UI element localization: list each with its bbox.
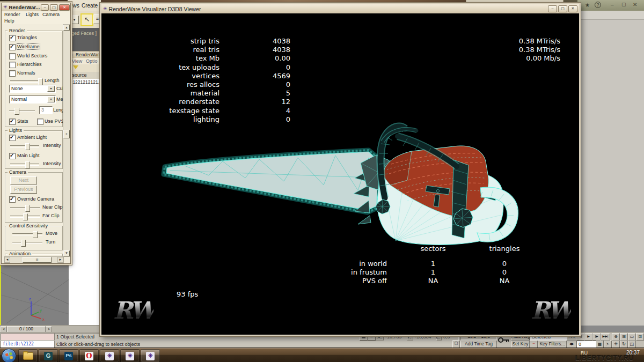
vscroll-up-button[interactable]: ▲ — [63, 25, 70, 31]
override-camera-checkbox[interactable] — [9, 196, 16, 203]
max-perspective-viewport[interactable]: z x y — [0, 263, 71, 327]
filter-funnel-icon[interactable] — [73, 65, 78, 69]
ambient-intensity-slider[interactable] — [10, 145, 39, 147]
normals-checkbox[interactable] — [9, 70, 16, 77]
near-clip-thumb[interactable] — [25, 205, 30, 212]
taskbar-rw-viewer-button-2[interactable]: ✳ — [120, 349, 140, 362]
vscroll-thumb[interactable]: ≡ — [63, 130, 70, 138]
mesh-length-field[interactable]: 3 — [39, 106, 53, 114]
taskbar-explorer-button[interactable] — [18, 349, 38, 362]
panel-vscrollbar[interactable]: ▲ ≡ ▼ — [63, 24, 70, 257]
viewer-minimize-button[interactable]: – — [548, 5, 557, 12]
chainsaw-wireframe-model[interactable] — [155, 110, 531, 258]
mesh-length-slider-thumb[interactable] — [14, 108, 19, 115]
max-maximize-button[interactable]: ▢ — [621, 2, 626, 7]
resource-menu-options[interactable]: Optio — [86, 58, 98, 64]
resource-window-titlebar[interactable]: ✳ RenderWare Vis — [69, 51, 101, 58]
taskbar-g-app-button[interactable]: G — [39, 349, 58, 362]
select-tool-button[interactable]: ↖ — [80, 13, 93, 26]
start-button[interactable] — [2, 349, 16, 362]
far-clip-thumb[interactable] — [23, 213, 28, 220]
culling-dropdown[interactable]: None ▾ — [9, 85, 56, 93]
add-time-tag-button[interactable]: Add Time Tag — [460, 341, 497, 348]
play-button[interactable]: ▶ — [584, 333, 592, 341]
mesh-dropdown[interactable]: Normal ▾ — [9, 95, 56, 104]
grid-snap-button[interactable]: ▦ — [596, 341, 604, 348]
mesh-dropdown-arrow-icon[interactable]: ▾ — [47, 97, 55, 102]
panel-hscrollbar[interactable]: ◄ ||| ► — [4, 256, 64, 263]
triangles-checkbox[interactable] — [9, 35, 16, 41]
max-minimize-button[interactable]: – — [611, 2, 614, 8]
set-key-button[interactable]: Set Key — [511, 341, 530, 348]
vscroll-down-button[interactable]: ▼ — [63, 250, 70, 256]
panel-minimize-button[interactable]: – — [41, 4, 49, 11]
maxscript-listener-line[interactable]: file:D:\2122 — [1, 341, 55, 348]
max-menu-views[interactable]: ews — [70, 3, 79, 9]
maxscript-mini-listener-pink[interactable] — [1, 333, 55, 341]
go-to-end-button[interactable]: ▶▶| — [601, 333, 610, 341]
key-mode-toggle[interactable]: ~ — [530, 341, 538, 348]
viewer-maximize-button[interactable]: ▢ — [558, 5, 567, 12]
turn-sensitivity-thumb[interactable] — [21, 240, 26, 247]
menu-lights[interactable]: Lights — [26, 12, 39, 17]
taskbar-rw-viewer-button-1[interactable]: ✳ — [100, 349, 119, 362]
key-filters-button[interactable]: Key Filters... — [538, 341, 567, 348]
toolbar-dropdown-button[interactable]: ▾ — [70, 16, 79, 24]
max-close-button[interactable]: ✕ — [633, 2, 637, 8]
world-sectors-checkbox[interactable] — [9, 53, 16, 60]
move-sensitivity-thumb[interactable] — [33, 231, 38, 238]
next-frame-button[interactable]: |▶ — [592, 333, 601, 341]
move-sensitivity-slider[interactable] — [12, 233, 42, 235]
panel-close-button[interactable]: ✕ — [59, 4, 70, 11]
zoom-all-button[interactable]: ⊞ — [620, 333, 628, 341]
zoom-extents-button[interactable]: ▭ — [628, 333, 636, 341]
resource-list-item[interactable]: A21221212121.d — [69, 79, 101, 85]
pan-button[interactable]: ✛ — [612, 341, 620, 348]
menu-camera[interactable]: Camera — [42, 12, 60, 17]
main-intensity-thumb[interactable] — [25, 161, 30, 168]
hierarchies-checkbox[interactable] — [9, 62, 16, 68]
viewport-shading-label[interactable]: dged Faces ] — [69, 31, 97, 36]
menu-help[interactable]: Help — [4, 18, 14, 24]
key-step-button[interactable]: ◀▶ — [567, 341, 576, 348]
command-panel-tabs[interactable] — [578, 11, 644, 20]
orbit-button[interactable]: ↻ — [620, 341, 628, 348]
resource-list-header[interactable]: Resource — [69, 72, 101, 79]
hscroll-right-button[interactable]: ► — [57, 257, 63, 263]
culling-dropdown-arrow-icon[interactable]: ▾ — [47, 86, 55, 92]
far-clip-slider[interactable] — [10, 216, 40, 218]
main-light-checkbox[interactable] — [9, 153, 16, 159]
mesh-length-slider[interactable] — [9, 110, 35, 112]
normals-length-slider[interactable] — [10, 80, 41, 83]
viewer-viewport[interactable]: strip tris4038 real tris4038 tex Mb0.00 … — [101, 13, 579, 335]
camera-next-button[interactable]: Next — [10, 176, 37, 184]
hscroll-thumb[interactable]: ||| — [23, 257, 52, 263]
taskbar-photoshop-button[interactable]: Ps — [59, 349, 78, 362]
turn-sensitivity-slider[interactable] — [12, 242, 42, 244]
wireframe-checkbox[interactable] — [9, 44, 16, 50]
max-menu-create[interactable]: Create — [82, 3, 98, 9]
near-clip-slider[interactable] — [10, 207, 40, 209]
help-icon[interactable]: ? — [595, 2, 601, 8]
camera-previous-button[interactable]: Previous — [10, 186, 37, 194]
resource-menu-view[interactable]: View — [72, 58, 82, 64]
resource-list-body[interactable] — [69, 85, 101, 330]
panel-titlebar[interactable]: ✳ RenderWar... – ▢ ✕ — [2, 3, 70, 12]
favorites-star-icon[interactable]: ★ — [585, 2, 590, 8]
fov-button[interactable]: ≻ — [604, 341, 612, 348]
maximize-viewport-button[interactable]: ◳ — [628, 341, 636, 348]
zoom-extents-all-button[interactable]: ⊡ — [636, 333, 644, 341]
viewer-close-button[interactable]: ✕ — [568, 5, 577, 12]
main-intensity-slider[interactable] — [10, 164, 39, 166]
menu-render[interactable]: Render — [4, 12, 20, 17]
ambient-light-checkbox[interactable] — [9, 135, 16, 141]
hscroll-left-button[interactable]: ◄ — [4, 257, 10, 263]
ambient-intensity-thumb[interactable] — [25, 143, 30, 150]
taskbar-opera-button[interactable]: O — [79, 349, 99, 362]
zoom-tool-button[interactable]: ⊕ — [612, 333, 620, 341]
viewer-titlebar[interactable]: ✳ RenderWare Visualizer D3D8 Viewer – ▢ … — [101, 4, 579, 14]
time-tag-icon-button[interactable]: ▢ — [452, 341, 460, 348]
use-pvs-checkbox[interactable] — [37, 119, 43, 125]
current-frame-spinner[interactable]: 0 — [576, 341, 597, 348]
stats-checkbox[interactable] — [9, 119, 16, 125]
